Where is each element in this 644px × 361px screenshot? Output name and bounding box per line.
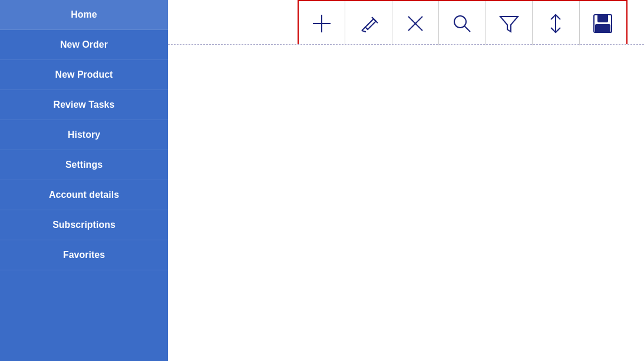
sidebar-item-subscriptions[interactable]: Subscriptions (0, 210, 168, 240)
sidebar-item-settings[interactable]: Settings (0, 150, 168, 180)
svg-line-4 (362, 31, 366, 32)
sort-button[interactable] (533, 1, 579, 45)
sort-icon (544, 12, 567, 35)
sidebar-item-new-order[interactable]: New Order (0, 30, 168, 60)
sidebar: Home New Order New Product Review Tasks … (0, 0, 168, 361)
main-content (168, 0, 644, 361)
svg-marker-9 (500, 16, 518, 32)
add-icon (310, 12, 333, 35)
svg-line-2 (362, 27, 365, 31)
save-icon (591, 12, 615, 35)
sidebar-item-new-product[interactable]: New Product (0, 60, 168, 90)
delete-button[interactable] (392, 1, 439, 45)
filter-button[interactable] (486, 1, 533, 45)
svg-line-8 (464, 26, 470, 32)
filter-icon (497, 12, 521, 35)
add-button[interactable] (299, 1, 345, 45)
svg-rect-13 (596, 25, 610, 32)
sidebar-item-history[interactable]: History (0, 120, 168, 150)
separator-line (168, 44, 644, 45)
sidebar-item-review-tasks[interactable]: Review Tasks (0, 90, 168, 120)
search-icon (450, 12, 474, 35)
sidebar-item-home[interactable]: Home (0, 0, 168, 30)
edit-button[interactable] (345, 1, 392, 45)
toolbar (298, 0, 628, 44)
edit-icon (357, 12, 381, 35)
search-button[interactable] (439, 1, 486, 45)
save-button[interactable] (580, 1, 626, 45)
sidebar-item-favorites[interactable]: Favorites (0, 240, 168, 270)
sidebar-item-account-details[interactable]: Account details (0, 180, 168, 210)
content-area (168, 0, 644, 361)
delete-icon (404, 12, 427, 35)
